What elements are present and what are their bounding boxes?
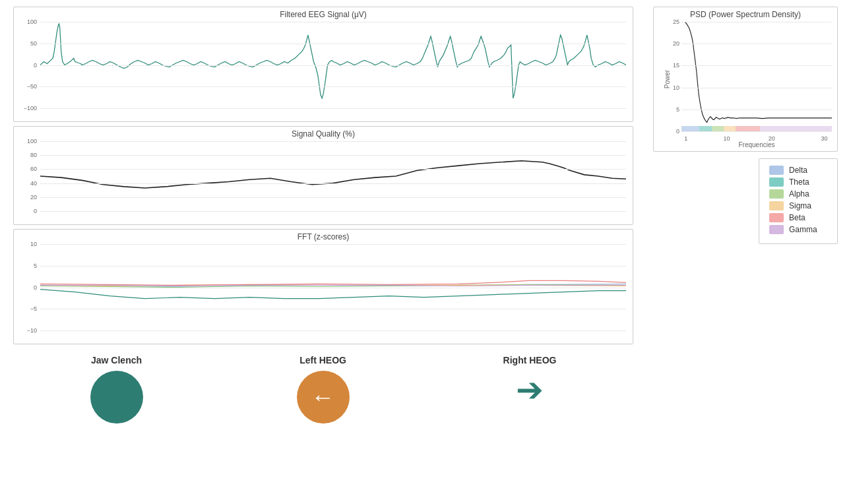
jaw-clench-label: Jaw Clench: [91, 355, 142, 365]
legend-swatch-sigma: [769, 201, 784, 210]
jaw-clench-indicator: Jaw Clench: [90, 355, 143, 424]
quality-signal-svg: [40, 141, 626, 211]
legend-item-delta: Delta: [769, 166, 827, 175]
legend-swatch-alpha: [769, 189, 784, 199]
right-arrow-icon: ➔: [516, 371, 544, 409]
right-heog-button: ➔: [516, 371, 544, 409]
main-layout: Filtered EEG Signal (μV) 100 50 0 −50 −1…: [0, 0, 851, 504]
legend-swatch-gamma: [769, 225, 784, 234]
left-heog-indicator: Left HEOG ←: [297, 355, 350, 424]
quality-chart-title: Signal Quality (%): [14, 129, 633, 139]
legend-label-gamma: Gamma: [789, 225, 817, 234]
fft-chart-title: FFT (z-scores): [14, 232, 633, 241]
legend-item-beta: Beta: [769, 213, 827, 222]
legend-item-theta: Theta: [769, 177, 827, 187]
left-arrow-icon: ←: [311, 383, 335, 411]
psd-chart-title: PSD (Power Spectrum Density): [654, 10, 837, 19]
legend-swatch-delta: [769, 166, 784, 175]
legend-label-theta: Theta: [789, 177, 809, 187]
psd-chart-inner: 1 10 20 30: [681, 22, 832, 131]
right-heog-indicator: Right HEOG ➔: [503, 355, 557, 409]
legend-swatch-beta: [769, 213, 784, 222]
legend-label-alpha: Alpha: [789, 189, 809, 199]
eeg-chart: Filtered EEG Signal (μV) 100 50 0 −50 −1…: [13, 7, 633, 122]
jaw-clench-circle: [90, 371, 143, 424]
legend-label-beta: Beta: [789, 213, 805, 222]
right-panel: PSD (Power Spectrum Density) 25 20 15 10…: [640, 0, 851, 504]
left-heog-label: Left HEOG: [299, 355, 346, 365]
legend-container: Delta Theta Alpha Sigma Beta Gamma: [759, 158, 838, 244]
left-panel: Filtered EEG Signal (μV) 100 50 0 −50 −1…: [0, 0, 640, 504]
legend-item-alpha: Alpha: [769, 189, 827, 199]
psd-y-label: Power: [664, 70, 671, 88]
legend-label-sigma: Sigma: [789, 201, 811, 210]
quality-chart: Signal Quality (%) 100 80 60 40 20 0: [13, 126, 633, 225]
left-heog-button[interactable]: ←: [297, 371, 350, 424]
legend-swatch-theta: [769, 177, 784, 187]
eeg-chart-inner: [40, 22, 626, 108]
bottom-section: Jaw Clench Left HEOG ← Right HEOG ➔: [13, 348, 633, 497]
psd-chart: PSD (Power Spectrum Density) 25 20 15 10…: [653, 7, 838, 152]
psd-x-label: Frequencies: [681, 141, 832, 148]
eeg-chart-title: Filtered EEG Signal (μV): [14, 10, 633, 19]
fft-chart-inner: [40, 244, 626, 331]
fft-chart: FFT (z-scores) 10 5 0 −5 −10: [13, 229, 633, 344]
legend-label-delta: Delta: [789, 166, 807, 175]
legend-item-sigma: Sigma: [769, 201, 827, 210]
legend-item-gamma: Gamma: [769, 225, 827, 234]
quality-chart-inner: [40, 141, 626, 211]
right-heog-label: Right HEOG: [503, 355, 557, 365]
psd-signal-svg: [681, 22, 832, 126]
